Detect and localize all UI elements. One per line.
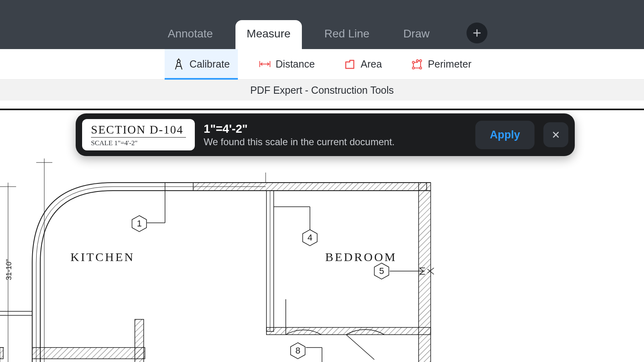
document-title: PDF Expert - Construction Tools [250,84,394,96]
compass-icon [173,58,185,70]
tool-label: Perimeter [428,58,471,70]
scale-section-scale: SCALE 1"=4'-2" [91,139,186,147]
svg-point-2 [412,61,414,63]
svg-rect-17 [0,348,3,359]
scale-heading: 1"=4'-2" [204,122,466,136]
tab-redline[interactable]: Red Line [313,20,381,49]
svg-rect-20 [135,319,144,362]
svg-rect-11 [193,183,427,191]
distance-icon [259,58,271,70]
scale-message: 1"=4'-2" We found this scale in the curr… [204,122,466,148]
tool-calibrate[interactable]: Calibrate [165,49,238,79]
scale-badge: SECTION D-104 SCALE 1"=4'-2" [82,119,195,150]
tab-measure[interactable]: Measure [235,20,302,49]
measure-toolbar: Calibrate Distance Area Perimeter [0,49,644,80]
scale-body: We found this scale in the current docum… [204,136,466,148]
hex-marker-1: 1 [130,215,148,232]
svg-rect-16 [32,348,145,359]
svg-point-4 [419,60,421,62]
close-icon [552,131,560,139]
hex-marker-8: 8 [289,342,307,360]
main-toolbar: Annotate Measure Red Line Draw [0,0,644,49]
dimension-label: 31-10" [5,259,13,280]
close-button[interactable] [543,122,568,147]
hex-marker-5: 5 [373,262,390,280]
apply-button[interactable]: Apply [475,121,535,149]
scale-detected-banner: SECTION D-104 SCALE 1"=4'-2" 1"=4'-2" We… [76,113,575,156]
svg-point-5 [419,67,421,69]
svg-point-1 [412,67,414,69]
tool-label: Area [361,58,382,70]
tab-annotate[interactable]: Annotate [157,20,224,49]
plus-icon [472,28,482,38]
area-icon [344,58,356,70]
tool-perimeter[interactable]: Perimeter [403,49,479,79]
scale-section-title: SECTION D-104 [91,123,186,138]
add-button[interactable] [466,23,487,43]
document-title-bar: PDF Expert - Construction Tools [0,80,644,101]
svg-point-3 [416,60,418,62]
room-label-kitchen: KITCHEN [70,250,135,264]
tool-distance[interactable]: Distance [251,49,323,79]
canvas-area[interactable]: KITCHEN BEDROOM 31-10" 1 4 5 8 SECTION D… [0,101,644,362]
tool-label: Calibrate [190,58,230,70]
room-label-bedroom: BEDROOM [325,250,397,264]
tool-area[interactable]: Area [336,49,390,79]
tab-draw[interactable]: Draw [392,20,441,49]
perimeter-icon [411,58,423,70]
tool-label: Distance [276,58,315,70]
hex-marker-4: 4 [301,229,319,247]
